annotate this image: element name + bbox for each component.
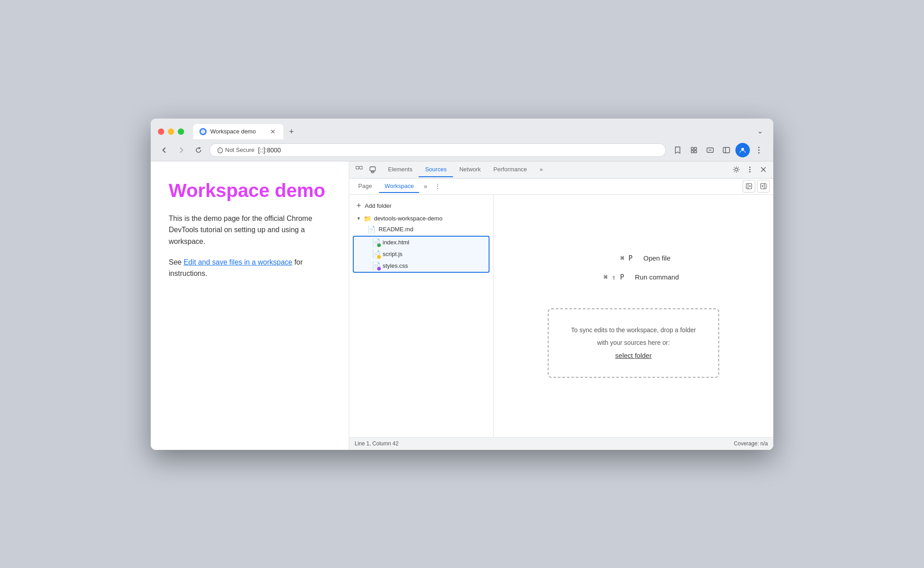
run-command-shortcut: ⌘ ⇧ P (588, 273, 624, 281)
url-bar[interactable]: ! Not Secure [::]:8000 (209, 143, 666, 157)
svg-rect-8 (723, 147, 730, 153)
new-tab-button[interactable]: + (285, 126, 298, 138)
devtools-toolbar-right (730, 163, 770, 176)
open-file-shortcut: ⌘ P (596, 254, 633, 262)
devtools-main-tabs: Elements Sources Network Performance » (382, 162, 729, 177)
svg-point-18 (735, 168, 738, 171)
svg-point-21 (749, 171, 751, 173)
svg-point-11 (758, 147, 760, 148)
bookmark-icon[interactable] (670, 143, 685, 157)
browser-toolbar-icons (670, 143, 766, 157)
folder-arrow-icon: ▼ (356, 216, 361, 221)
drop-zone[interactable]: To sync edits to the workspace, drop a f… (548, 308, 719, 378)
svg-rect-16 (370, 167, 375, 171)
tab-performance[interactable]: Performance (487, 162, 533, 177)
url-text: [::]:8000 (258, 147, 281, 154)
traffic-lights (158, 128, 184, 135)
svg-rect-2 (691, 147, 693, 150)
extensions-icon[interactable] (687, 143, 701, 157)
styles-filename: styles.css (383, 262, 408, 269)
tab-close-button[interactable]: ✕ (269, 128, 277, 136)
close-button[interactable] (158, 128, 164, 135)
editor-panel: ⌘ P Open file ⌘ ⇧ P Run command To sync … (494, 195, 773, 437)
devtools-secondary-bar: Page Workspace » ⋮ (349, 179, 773, 195)
device-toolbar-icon[interactable] (366, 163, 379, 176)
main-content: Workspace demo This is the demo page for… (151, 161, 773, 450)
security-indicator: ! Not Secure (217, 147, 254, 153)
active-tab[interactable]: Workspace demo ✕ (193, 124, 283, 139)
secondary-dots-button[interactable]: ⋮ (432, 181, 444, 192)
file-item-script[interactable]: 📄 script.js (354, 248, 489, 260)
readme-file-icon: 📄 (367, 225, 376, 234)
add-folder-button[interactable]: + Add folder (349, 198, 493, 213)
index-dot-green (377, 243, 381, 247)
svg-rect-14 (356, 166, 359, 169)
collapse-right-panel-icon[interactable] (757, 180, 770, 192)
tab-elements[interactable]: Elements (382, 162, 419, 177)
devtools-more-icon[interactable] (744, 163, 756, 176)
file-item-readme[interactable]: 📄 README.md (349, 224, 493, 235)
file-item-index[interactable]: 📄 index.html (354, 237, 489, 248)
script-filename: script.js (383, 251, 402, 257)
svg-rect-4 (691, 151, 693, 153)
devtools-content: + Add folder ▼ 📁 devtools-workspace-demo… (349, 195, 773, 437)
secondary-right-actions (743, 180, 770, 192)
add-folder-label: Add folder (365, 202, 392, 209)
file-tree-panel: + Add folder ▼ 📁 devtools-workspace-demo… (349, 195, 494, 437)
index-filename: index.html (383, 239, 409, 246)
svg-rect-24 (746, 183, 752, 189)
secondary-tab-page[interactable]: Page (353, 180, 377, 193)
settings-icon[interactable] (730, 163, 743, 176)
tab-more-button[interactable]: ⌄ (753, 125, 766, 137)
minimize-button[interactable] (168, 128, 174, 135)
not-secure-text: Not Secure (225, 147, 254, 153)
forward-button[interactable] (175, 144, 188, 156)
profile-icon[interactable] (735, 143, 750, 157)
svg-point-12 (758, 149, 760, 151)
title-bar: Workspace demo ✕ + ⌄ (151, 119, 773, 139)
svg-point-20 (749, 169, 751, 170)
svg-point-13 (758, 152, 760, 153)
devtools-icon[interactable] (703, 143, 717, 157)
collapse-left-panel-icon[interactable] (743, 180, 755, 192)
browser-window: Workspace demo ✕ + ⌄ ! Not Secure [::]:8… (151, 119, 773, 450)
page-description: This is the demo page for the official C… (169, 213, 331, 247)
close-devtools-icon[interactable] (757, 163, 770, 176)
webpage-content: Workspace demo This is the demo page for… (151, 161, 349, 450)
script-file-icon-wrapper: 📄 (372, 250, 380, 259)
tab-bar: Workspace demo ✕ + (193, 124, 748, 139)
highlighted-files-group: 📄 index.html 📄 script.js (353, 236, 490, 273)
workspace-link[interactable]: Edit and save files in a workspace (184, 258, 292, 266)
shortcut-open-file: ⌘ P Open file (503, 254, 764, 262)
tab-favicon (199, 128, 207, 135)
run-command-label: Run command (635, 273, 679, 281)
address-bar: ! Not Secure [::]:8000 (151, 139, 773, 161)
reload-button[interactable] (192, 144, 205, 156)
file-item-styles[interactable]: 📄 styles.css (354, 260, 489, 272)
script-dot-orange (377, 255, 381, 259)
back-button[interactable] (158, 144, 171, 156)
secondary-tab-workspace[interactable]: Workspace (379, 180, 419, 193)
tab-sources[interactable]: Sources (419, 162, 453, 177)
svg-rect-5 (694, 151, 697, 153)
folder-item[interactable]: ▼ 📁 devtools-workspace-demo (349, 213, 493, 224)
secondary-more-button[interactable]: » (421, 181, 430, 192)
sidebar-icon[interactable] (719, 143, 734, 157)
styles-file-icon-wrapper: 📄 (372, 261, 380, 270)
see-prefix: See (169, 258, 184, 266)
chrome-menu-icon[interactable] (752, 143, 766, 157)
svg-point-10 (741, 148, 744, 151)
svg-point-19 (749, 167, 751, 168)
tab-more[interactable]: » (533, 162, 549, 177)
folder-name: devtools-workspace-demo (374, 215, 443, 222)
add-folder-plus-icon: + (356, 201, 361, 211)
devtools-toolbar: Elements Sources Network Performance » (349, 161, 773, 179)
open-file-label: Open file (643, 254, 670, 262)
index-file-icon-wrapper: 📄 (372, 238, 380, 247)
tab-network[interactable]: Network (453, 162, 487, 177)
readme-filename: README.md (379, 226, 413, 233)
tab-title: Workspace demo (210, 128, 256, 135)
select-folder-link[interactable]: select folder (615, 352, 652, 359)
inspect-element-icon[interactable] (353, 163, 365, 176)
maximize-button[interactable] (178, 128, 184, 135)
